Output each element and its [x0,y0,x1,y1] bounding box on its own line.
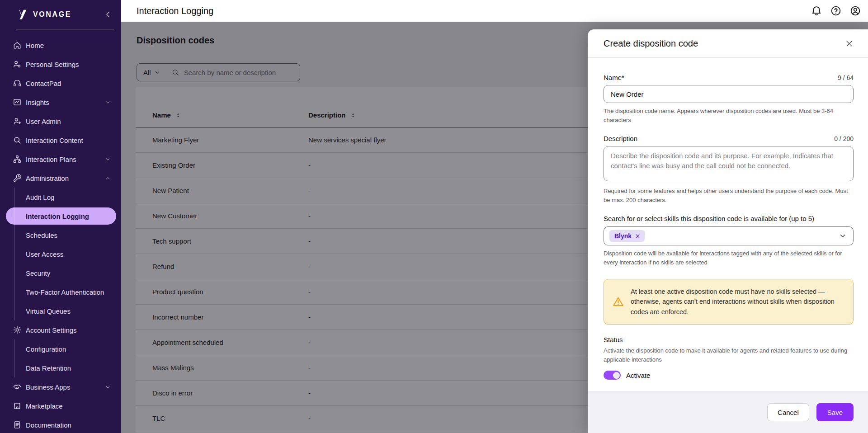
drawer-header: Create disposition code [588,29,868,58]
status-helper-text: Activate the disposition code to make it… [604,346,854,364]
wrench-icon [13,174,22,183]
sidebar-item-audit-log[interactable]: Audit Log [0,188,121,207]
sidebar-item-label: Insights [26,99,49,106]
warning-banner: At least one active disposition code mus… [604,279,854,325]
sidebar-item-insights[interactable]: Insights [0,93,121,112]
user-admin-icon [13,117,22,126]
sidebar-item-label: ContactPad [26,80,61,87]
sidebar-item-label: Security [26,269,50,277]
close-icon[interactable] [845,39,854,48]
sidebar-item-contactpad[interactable]: ContactPad [0,74,121,93]
sidebar-item-schedules[interactable]: Schedules [0,226,121,245]
personal-settings-icon [13,60,22,69]
activate-toggle[interactable] [604,371,621,380]
chevron-up-icon [104,175,111,182]
sitemap-icon [13,155,22,164]
sidebar-item-label: Data Retention [26,364,71,372]
skills-select[interactable]: Blynk [604,226,854,245]
account-icon[interactable] [849,5,861,17]
activate-toggle-label: Activate [626,372,650,379]
toggle-knob [613,372,620,379]
name-helper-text: The disposition code name. Appears where… [604,107,854,124]
sidebar-item-interaction-logging[interactable]: Interaction Logging [6,207,116,225]
description-label: Description [604,135,637,142]
chip-remove-icon[interactable] [635,233,641,239]
sidebar-item-label: Two-Factor Authentication [26,288,104,296]
sidebar-item-interaction-content[interactable]: Interaction Content [0,131,121,150]
sidebar-item-label: User Access [26,250,63,258]
sidebar-item-configuration[interactable]: Configuration [0,339,121,358]
help-icon[interactable] [830,5,842,17]
submenu-rail [14,339,14,377]
description-char-counter: 0 / 200 [834,135,854,142]
drawer-footer: Cancel Save [588,391,868,433]
sidebar-item-data-retention[interactable]: Data Retention [0,358,121,377]
sidebar-item-label: Virtual Queues [26,307,71,315]
sidebar-item-label: User Admin [26,118,61,125]
brand-name: VONAGE [33,10,71,19]
sidebar-item-security[interactable]: Security [0,264,121,282]
sidebar-item-label: Business Apps [26,383,70,391]
sidebar-item-personal-settings[interactable]: Personal Settings [0,55,121,74]
sidebar-item-label: Interaction Logging [26,212,89,220]
chevron-down-icon [104,384,111,391]
handshake-icon [13,382,22,391]
sidebar-item-label: Schedules [26,231,57,239]
sidebar-item-virtual-queues[interactable]: Virtual Queues [0,301,121,320]
sidebar-item-business-apps[interactable]: Business Apps [0,377,121,396]
create-disposition-code-drawer: Create disposition code Name* 9 / 64 The… [588,29,868,433]
sidebar-item-label: Audit Log [26,193,54,201]
notifications-bell-icon[interactable] [811,5,822,17]
sidebar-item-label: Marketplace [26,402,63,410]
name-field-group: Name* 9 / 64 The disposition code name. … [604,74,854,124]
top-bar: Interaction Logging [121,0,868,22]
chevron-down-icon [104,99,111,106]
sidebar-item-two-factor-authentication[interactable]: Two-Factor Authentication [0,282,121,301]
drawer-body: Name* 9 / 64 The disposition code name. … [588,58,868,391]
headset-icon [13,79,22,88]
sidebar-item-user-admin[interactable]: User Admin [0,112,121,131]
sidebar-item-account-settings[interactable]: Account Settings [0,320,121,339]
status-label: Status [604,336,854,344]
submenu-rail [14,188,14,320]
name-char-counter: 9 / 64 [838,74,854,81]
sidebar-item-interaction-plans[interactable]: Interaction Plans [0,150,121,169]
description-field-group: Description 0 / 200 Required for some fe… [604,135,854,204]
sidebar-item-home[interactable]: Home [0,36,121,55]
sidebar-item-administration[interactable]: Administration [0,169,121,188]
sidebar-item-label: Interaction Content [26,136,83,144]
sidebar-item-label: Documentation [26,421,71,429]
sidebar-brand-row: VONAGE [0,0,121,29]
sidebar-item-label: Configuration [26,345,66,353]
name-label: Name* [604,74,624,81]
skills-field-group: Search for or select skills this disposi… [604,215,854,267]
sidebar-collapse-icon[interactable] [104,10,112,19]
save-button[interactable]: Save [816,403,854,421]
sidebar-item-label: Personal Settings [26,61,79,68]
gear-icon [13,325,22,334]
search-icon [13,136,22,145]
name-input[interactable] [604,85,854,103]
warning-triangle-icon [612,296,624,308]
drawer-title: Create disposition code [604,38,698,49]
sidebar-item-documentation[interactable]: Documentation [0,415,121,433]
vonage-logo-icon [15,9,27,21]
cancel-button[interactable]: Cancel [767,403,809,421]
sidebar-item-marketplace[interactable]: Marketplace [0,396,121,415]
chevron-down-icon[interactable] [839,232,846,240]
skills-helper-text: Disposition code will be available for i… [604,249,854,267]
sidebar-item-label: Home [26,42,44,49]
description-textarea[interactable] [604,146,854,181]
sidebar-item-user-access[interactable]: User Access [0,245,121,264]
warning-text: At least one active disposition code mus… [631,287,845,317]
app-window: VONAGE Home Personal Settings ContactPad [0,0,868,433]
sidebar-item-label: Interaction Plans [26,155,76,163]
home-icon [13,41,22,50]
sidebar-item-label: Account Settings [26,326,77,334]
storefront-icon [13,401,22,410]
sidebar-nav: Home Personal Settings ContactPad Insigh… [0,29,121,433]
page-title: Interaction Logging [137,6,213,16]
status-field-group: Status Activate the disposition code to … [604,336,854,380]
insights-icon [13,98,22,107]
document-icon [13,420,22,429]
